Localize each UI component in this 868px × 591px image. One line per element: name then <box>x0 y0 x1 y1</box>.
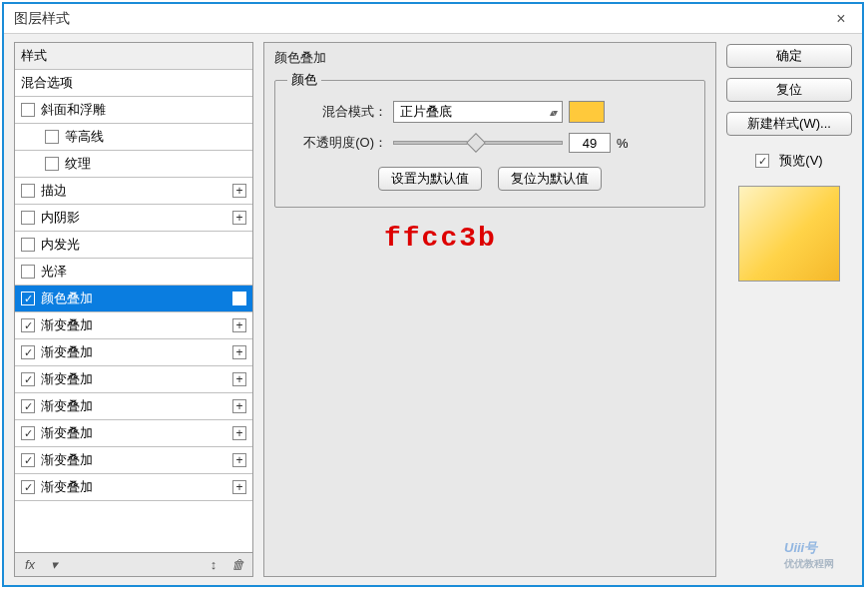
style-row[interactable]: 等高线 <box>15 124 252 151</box>
blend-mode-label: 混合模式： <box>287 103 387 121</box>
style-checkbox[interactable] <box>21 399 35 413</box>
style-label: 混合选项 <box>21 74 246 92</box>
style-checkbox[interactable] <box>21 265 35 279</box>
style-checkbox[interactable] <box>21 318 35 332</box>
styles-header[interactable]: 样式 <box>15 43 252 70</box>
fx-icon[interactable]: fx <box>21 557 39 572</box>
style-label: 描边 <box>41 182 232 200</box>
style-row[interactable]: 内阴影+ <box>15 205 252 232</box>
add-effect-icon[interactable]: + <box>232 292 246 305</box>
style-row[interactable]: 描边+ <box>15 178 252 205</box>
action-panel: 确定 复位 新建样式(W)... 预览(V) <box>726 42 852 577</box>
style-row[interactable]: 混合选项 <box>15 70 252 97</box>
style-label: 等高线 <box>65 128 246 146</box>
preview-label: 预览(V) <box>779 152 822 170</box>
opacity-unit: % <box>617 136 629 151</box>
add-effect-icon[interactable]: + <box>232 372 246 386</box>
add-effect-icon[interactable]: + <box>232 345 246 359</box>
style-checkbox[interactable] <box>45 157 59 171</box>
style-checkbox[interactable] <box>21 480 35 494</box>
set-default-button[interactable]: 设置为默认值 <box>378 167 482 191</box>
style-checkbox[interactable] <box>21 292 35 305</box>
style-row[interactable]: 渐变叠加+ <box>15 420 252 447</box>
color-code-annotation: ffcc3b <box>384 223 497 254</box>
style-label: 渐变叠加 <box>41 343 232 361</box>
add-effect-icon[interactable]: + <box>232 399 246 413</box>
preview-checkbox[interactable] <box>755 154 769 168</box>
style-label: 渐变叠加 <box>41 370 232 388</box>
opacity-input[interactable] <box>569 133 611 153</box>
style-row[interactable]: 渐变叠加+ <box>15 366 252 393</box>
opacity-slider[interactable] <box>393 141 563 145</box>
window-title: 图层样式 <box>14 10 826 28</box>
add-effect-icon[interactable]: + <box>232 211 246 225</box>
reorder-icon[interactable]: ↕ <box>205 557 222 572</box>
style-label: 内发光 <box>41 236 246 254</box>
style-row[interactable]: 渐变叠加+ <box>15 339 252 366</box>
select-arrows-icon: ▴▾ <box>550 107 556 118</box>
styles-list[interactable]: 样式混合选项斜面和浮雕等高线纹理描边+内阴影+内发光光泽颜色叠加+渐变叠加+渐变… <box>14 42 253 553</box>
ok-button[interactable]: 确定 <box>726 44 852 68</box>
style-label: 内阴影 <box>41 209 232 227</box>
preview-swatch <box>738 186 840 282</box>
style-row[interactable]: 渐变叠加+ <box>15 393 252 420</box>
close-icon[interactable]: × <box>826 10 856 28</box>
style-checkbox[interactable] <box>45 130 59 144</box>
style-row[interactable]: 斜面和浮雕 <box>15 97 252 124</box>
styles-panel: 样式混合选项斜面和浮雕等高线纹理描边+内阴影+内发光光泽颜色叠加+渐变叠加+渐变… <box>14 42 253 577</box>
style-checkbox[interactable] <box>21 238 35 252</box>
reset-default-button[interactable]: 复位为默认值 <box>498 167 602 191</box>
add-effect-icon[interactable]: + <box>232 480 246 494</box>
group-legend: 颜色 <box>287 71 321 89</box>
style-label: 光泽 <box>41 263 246 281</box>
style-checkbox[interactable] <box>21 184 35 198</box>
add-effect-icon[interactable]: + <box>232 318 246 332</box>
style-row[interactable]: 光泽 <box>15 259 252 286</box>
style-row[interactable]: 内发光 <box>15 232 252 259</box>
style-label: 颜色叠加 <box>41 290 232 307</box>
section-title: 颜色叠加 <box>274 49 705 67</box>
opacity-label: 不透明度(O)： <box>287 134 387 152</box>
style-row[interactable]: 渐变叠加+ <box>15 447 252 474</box>
style-row[interactable]: 渐变叠加+ <box>15 474 252 501</box>
style-checkbox[interactable] <box>21 453 35 467</box>
chevron-down-icon[interactable]: ▾ <box>45 557 63 572</box>
blend-mode-value: 正片叠底 <box>400 103 452 121</box>
cancel-button[interactable]: 复位 <box>726 78 852 102</box>
style-checkbox[interactable] <box>21 426 35 440</box>
add-effect-icon[interactable]: + <box>232 184 246 198</box>
add-effect-icon[interactable]: + <box>232 453 246 467</box>
style-label: 渐变叠加 <box>41 451 232 469</box>
style-row[interactable]: 纹理 <box>15 151 252 178</box>
color-swatch[interactable] <box>569 101 605 123</box>
style-label: 渐变叠加 <box>41 424 232 442</box>
blend-mode-select[interactable]: 正片叠底 ▴▾ <box>393 101 563 123</box>
slider-thumb[interactable] <box>466 133 486 153</box>
styles-toolbar: fx ▾ ↕ 🗑 <box>14 553 253 577</box>
watermark: Uiii号 优优教程网 <box>784 538 834 571</box>
add-effect-icon[interactable]: + <box>232 426 246 440</box>
style-checkbox[interactable] <box>21 372 35 386</box>
style-label: 渐变叠加 <box>41 478 232 496</box>
style-label: 斜面和浮雕 <box>41 101 246 119</box>
style-checkbox[interactable] <box>21 103 35 117</box>
style-row[interactable]: 渐变叠加+ <box>15 312 252 339</box>
trash-icon[interactable]: 🗑 <box>228 557 246 572</box>
options-panel: 颜色叠加 颜色 混合模式： 正片叠底 ▴▾ 不透明度(O)： <box>263 42 716 577</box>
style-checkbox[interactable] <box>21 211 35 225</box>
new-style-button[interactable]: 新建样式(W)... <box>726 112 852 136</box>
style-label: 纹理 <box>65 155 246 173</box>
styles-header-label: 样式 <box>21 47 246 65</box>
style-label: 渐变叠加 <box>41 316 232 334</box>
style-checkbox[interactable] <box>21 345 35 359</box>
style-row[interactable]: 颜色叠加+ <box>15 286 252 312</box>
style-label: 渐变叠加 <box>41 397 232 415</box>
